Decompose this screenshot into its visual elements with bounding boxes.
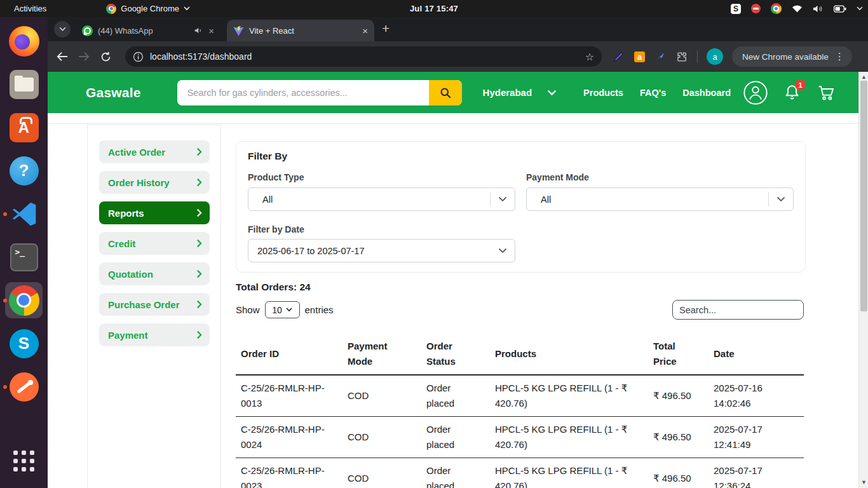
cell-total-price: ₹ 496.50 (648, 375, 709, 417)
sidebar-item-label: Payment (108, 330, 148, 341)
payment-mode-label: Payment Mode (526, 172, 589, 182)
forward-button[interactable] (73, 46, 95, 67)
dock-item-software[interactable]: A (0, 108, 48, 147)
site-header: Gaswale Hyderabad Products FAQ's Dashboa… (48, 72, 858, 113)
pen-extension-icon[interactable] (613, 51, 625, 62)
product-type-select[interactable]: All (248, 187, 515, 211)
extensions-puzzle-icon[interactable] (675, 51, 688, 63)
sidebar-item-purchase-order[interactable]: Purchase Order (99, 293, 210, 316)
app-menu-button[interactable]: Google Chrome (106, 4, 190, 14)
filter-panel: Filter By Product Type All Payment Mode … (236, 141, 806, 273)
payment-mode-value: All (541, 194, 768, 205)
location-selector[interactable]: Hyderabad (483, 87, 557, 98)
dock-item-firefox[interactable] (0, 22, 48, 60)
dock-item-chrome[interactable] (0, 281, 48, 320)
running-indicator (3, 385, 7, 389)
product-type-value: All (262, 194, 490, 205)
cell-order-id: C-25/26-RMLR-HP-0024 (236, 417, 342, 458)
total-orders-text: Total Orders: 24 (236, 281, 311, 293)
amazon-extension-icon[interactable]: a (634, 51, 645, 62)
dock-item-help[interactable]: ? (0, 151, 48, 190)
chevron-down-icon (498, 196, 507, 202)
orders-table: Order ID Payment Mode Order Status Produ… (236, 334, 804, 488)
cart-button[interactable] (818, 85, 836, 101)
site-search-button[interactable] (429, 80, 462, 105)
volume-muted-icon (813, 4, 824, 13)
chevron-down-icon (547, 90, 557, 96)
brand-logo[interactable]: Gaswale (86, 85, 141, 100)
wifi-icon (792, 4, 803, 13)
dock-item-terminal[interactable]: >_ (0, 238, 48, 276)
search-icon (439, 86, 452, 99)
scrollbar-thumb[interactable] (860, 81, 867, 311)
cell-date: 2025-07-17 12:36:24 (709, 458, 804, 488)
tab-title: Vite + React (249, 26, 357, 36)
bookmark-star-icon[interactable]: ☆ (585, 51, 594, 63)
cell-products: HPCL-5 KG LPG REFILL (1 - ₹ 420.76) (490, 417, 648, 458)
scroll-down-arrow[interactable]: ▼ (861, 480, 867, 485)
sidebar-item-credit[interactable]: Credit (99, 232, 210, 255)
entries-label: entries (305, 304, 334, 315)
site-info-icon[interactable] (133, 51, 144, 62)
skype-tray-icon: S (731, 4, 741, 14)
running-indicator (3, 299, 7, 302)
sidebar-item-payment[interactable]: Payment (99, 323, 210, 346)
system-tray[interactable]: S (731, 0, 863, 17)
sidebar-item-reports[interactable]: Reports (99, 201, 210, 224)
clock[interactable]: Jul 17 15:47 (410, 4, 458, 13)
back-button[interactable] (51, 46, 73, 67)
sidebar-item-active-order[interactable]: Active Order (99, 140, 210, 163)
postman-icon (10, 372, 39, 402)
chevron-down-icon (776, 196, 785, 202)
screen: Activities Google Chrome Jul 17 15:47 S … (0, 0, 868, 488)
running-indicator (3, 212, 7, 216)
tab-search-button[interactable] (54, 21, 71, 37)
help-icon: ? (10, 156, 39, 186)
profile-avatar[interactable]: a (707, 48, 723, 65)
sidebar-item-quotation[interactable]: Quotation (99, 262, 210, 285)
activities-button[interactable]: Activities (0, 0, 60, 17)
tab-audio-icon[interactable] (194, 27, 203, 34)
dock-item-postman[interactable] (0, 367, 48, 406)
cell-order-id: C-25/26-RMLR-HP-0013 (236, 375, 342, 417)
show-applications-button[interactable] (0, 442, 48, 480)
tab-close-button[interactable]: × (208, 26, 214, 36)
show-apps-icon (13, 451, 34, 471)
reload-button[interactable] (95, 46, 116, 67)
table-search-input[interactable] (672, 300, 804, 320)
dock-item-skype[interactable]: S (0, 324, 48, 363)
reload-icon (100, 51, 111, 62)
site-search-input[interactable] (177, 80, 429, 105)
tab-vite-react[interactable]: Vite + React × (227, 20, 374, 41)
sidebar-item-order-history[interactable]: Order History (99, 171, 210, 194)
nav-link-faqs[interactable]: FAQ's (640, 88, 666, 98)
nav-link-products[interactable]: Products (583, 88, 623, 98)
page-scrollbar[interactable]: ▲ ▼ (858, 72, 868, 488)
arrow-extension-icon[interactable] (654, 51, 666, 62)
date-filter-select[interactable]: 2025-06-17 to 2025-07-17 (248, 239, 515, 262)
address-bar[interactable]: localhost:5173/dashboard ☆ (125, 46, 602, 67)
select-divider (768, 192, 769, 207)
date-filter-label: Filter by Date (248, 224, 304, 234)
account-button[interactable] (743, 81, 768, 105)
chevron-down-icon (184, 6, 190, 11)
column-header-products: Products (490, 334, 648, 375)
cell-order-id: C-25/26-RMLR-HP-0023 (236, 458, 342, 488)
new-tab-button[interactable]: + (382, 21, 390, 36)
page-size-select[interactable]: 10 (265, 301, 300, 318)
browser-menu-icon[interactable]: ⋮ (835, 51, 844, 62)
chevron-right-icon (196, 330, 202, 339)
nav-link-dashboard[interactable]: Dashboard (682, 88, 731, 98)
dock-item-files[interactable] (0, 65, 48, 104)
dock-item-vscode[interactable] (0, 194, 48, 233)
scroll-up-arrow[interactable]: ▲ (861, 74, 867, 80)
tab-whatsapp[interactable]: (44) WhatsApp × (76, 20, 220, 41)
sidebar-item-label: Credit (108, 238, 135, 249)
cell-products: HPCL-5 KG LPG REFILL (1 - ₹ 420.76) (490, 375, 648, 417)
dock: A ? >_ S (0, 17, 48, 488)
notifications-button[interactable]: 1 (784, 84, 800, 101)
tab-close-button[interactable]: × (362, 26, 368, 36)
payment-mode-select[interactable]: All (526, 187, 794, 211)
chevron-right-icon (196, 239, 202, 248)
update-chrome-button[interactable]: New Chrome available ⋮ (732, 46, 852, 67)
